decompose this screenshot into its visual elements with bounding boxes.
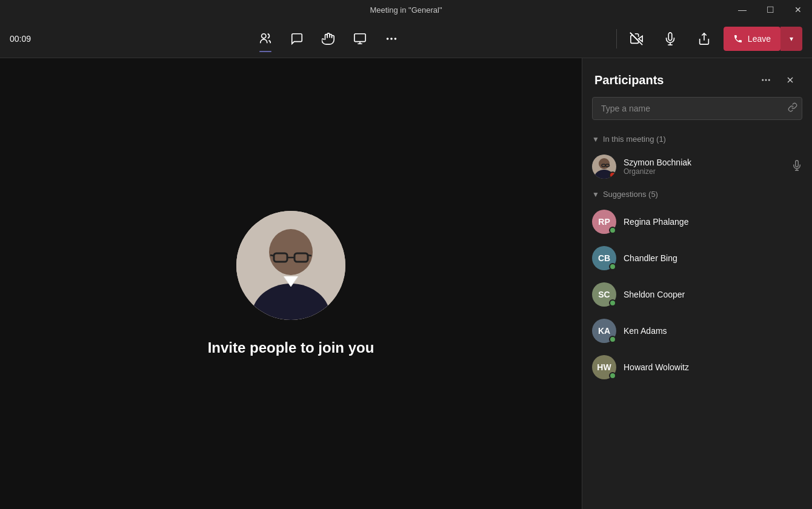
participant-name: Chandler Bing: [624, 253, 802, 263]
invite-link-button[interactable]: [788, 102, 797, 115]
invite-text: Invite people to join you: [208, 339, 374, 356]
participant-info: Sheldon Cooper: [624, 290, 802, 299]
avatar-initials: RP: [598, 217, 610, 227]
svg-line-14: [270, 255, 274, 256]
svg-point-18: [765, 79, 767, 81]
participant-info: Howard Wolowitz: [624, 362, 802, 372]
titlebar-controls: — ☐ ✕: [728, 0, 812, 19]
close-button[interactable]: ✕: [784, 0, 812, 19]
participants-title: Participants: [594, 73, 664, 87]
svg-point-2: [387, 38, 389, 40]
suggestion-item[interactable]: RP Regina Phalange: [582, 204, 812, 240]
titlebar: Meeting in "General" — ☐ ✕: [0, 0, 812, 19]
participant-name: Szymon Bochniak: [624, 158, 784, 167]
avatar: CB: [592, 246, 616, 270]
mic-icon: [791, 160, 802, 174]
avatar-initials: SC: [598, 290, 610, 299]
toolbar: 00:09: [0, 19, 812, 58]
more-options-button[interactable]: [756, 70, 776, 90]
avatar: KA: [592, 319, 616, 343]
participant-name: Sheldon Cooper: [624, 290, 802, 299]
main-area: Invite people to join you Participants: [0, 58, 812, 509]
header-actions: [756, 70, 800, 90]
participant-info: Ken Adams: [624, 326, 802, 336]
avatar-status: [609, 263, 616, 270]
svg-point-10: [269, 229, 313, 275]
close-panel-button[interactable]: [780, 70, 800, 90]
leave-group: Leave ▾: [724, 27, 802, 51]
suggestions-section-header[interactable]: ▼ Suggestions (5): [582, 185, 812, 204]
suggestion-item[interactable]: CB Chandler Bing: [582, 240, 812, 276]
avatar: SC: [592, 282, 616, 307]
video-area: Invite people to join you: [0, 58, 582, 509]
avatar-status: [609, 336, 616, 343]
toolbar-center: [46, 24, 611, 53]
avatar-status: [609, 227, 616, 234]
presenter-avatar: [236, 211, 345, 320]
suggestions-label: Suggestions (5): [603, 190, 658, 199]
avatar: RP: [592, 210, 616, 234]
meeting-timer: 00:09: [10, 34, 46, 44]
in-meeting-chevron: ▼: [592, 135, 599, 144]
more-button[interactable]: [377, 24, 406, 53]
participant-item[interactable]: Szymon Bochniak Organizer: [582, 148, 812, 185]
leave-label: Leave: [748, 34, 771, 44]
avatar-status: [609, 299, 616, 307]
camera-button[interactable]: [622, 24, 651, 53]
toolbar-divider: [616, 29, 617, 48]
svg-point-0: [262, 33, 266, 38]
svg-point-17: [762, 79, 764, 81]
in-meeting-section-header[interactable]: ▼ In this meeting (1): [582, 130, 812, 148]
leave-dropdown-button[interactable]: ▾: [780, 27, 802, 51]
avatar-initials: HW: [597, 362, 611, 372]
avatar-initials: CB: [598, 253, 610, 263]
toolbar-right: Leave ▾: [622, 24, 802, 53]
suggestions-chevron: ▼: [592, 190, 599, 199]
participant-name: Howard Wolowitz: [624, 362, 802, 372]
leave-button[interactable]: Leave: [724, 27, 780, 51]
participant-name: Regina Phalange: [624, 217, 802, 227]
avatar-initials: KA: [598, 326, 610, 336]
participants-header: Participants: [582, 58, 812, 97]
svg-point-19: [768, 79, 770, 81]
avatar: [592, 155, 616, 179]
share-screen-button[interactable]: [345, 24, 374, 53]
avatar-status: [609, 372, 616, 379]
raise-hand-button[interactable]: [314, 24, 343, 53]
titlebar-title: Meeting in "General": [370, 5, 442, 15]
svg-point-3: [391, 38, 393, 40]
suggestion-item[interactable]: HW Howard Wolowitz: [582, 349, 812, 385]
participant-info: Chandler Bing: [624, 253, 802, 263]
participants-button[interactable]: [251, 24, 280, 53]
participant-role: Organizer: [624, 167, 784, 176]
search-box: [592, 97, 802, 120]
share-button[interactable]: [690, 24, 719, 53]
participant-name: Ken Adams: [624, 326, 802, 336]
participant-info: Regina Phalange: [624, 217, 802, 227]
participants-panel: Participants: [582, 58, 812, 509]
in-meeting-label: In this meeting (1): [603, 135, 666, 144]
participant-info: Szymon Bochniak Organizer: [624, 158, 784, 176]
suggestion-item[interactable]: KA Ken Adams: [582, 313, 812, 349]
suggestion-item[interactable]: SC Sheldon Cooper: [582, 276, 812, 313]
mic-button[interactable]: [656, 24, 685, 53]
svg-rect-1: [354, 33, 365, 41]
avatar: HW: [592, 355, 616, 379]
maximize-button[interactable]: ☐: [756, 0, 784, 19]
search-input[interactable]: [592, 97, 802, 120]
svg-point-23: [599, 158, 610, 169]
avatar-status: [609, 171, 616, 179]
svg-point-4: [394, 38, 397, 40]
chat-button[interactable]: [282, 24, 311, 53]
svg-line-15: [308, 255, 311, 256]
minimize-button[interactable]: —: [728, 0, 756, 19]
